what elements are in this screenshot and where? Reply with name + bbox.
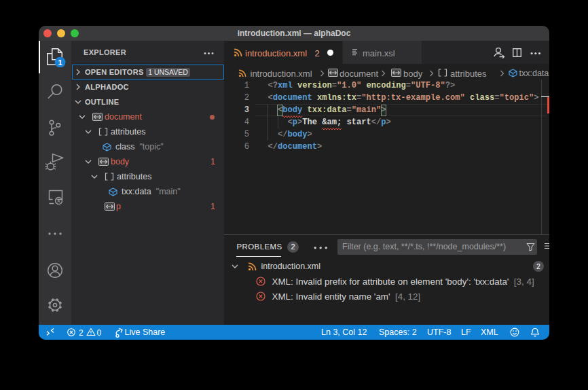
svg-text:1: 1	[58, 58, 62, 67]
